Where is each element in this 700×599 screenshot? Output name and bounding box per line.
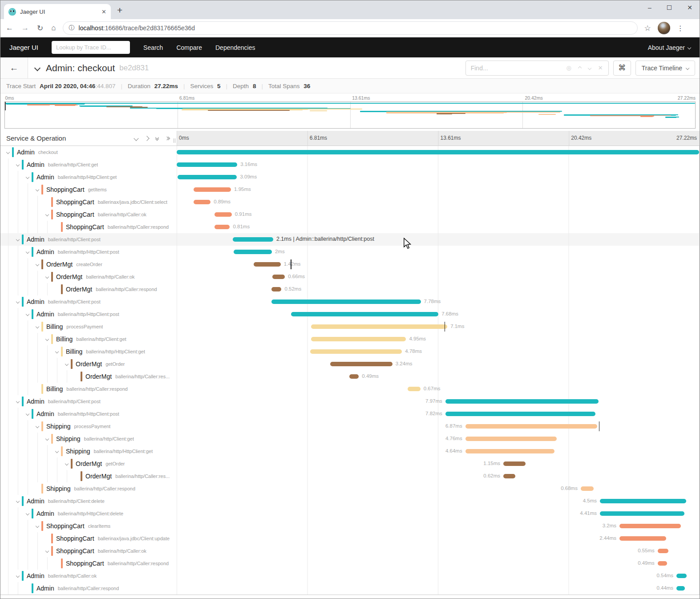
bookmark-star-icon[interactable]: ☆ [644,24,651,33]
span-timeline-cell[interactable]: 3.09ms [177,171,700,183]
expander-chevron-icon[interactable] [15,163,21,166]
span-bar[interactable] [465,424,597,429]
span-timeline-cell[interactable]: 0.49ms [177,557,700,570]
next-match-icon[interactable] [588,66,591,69]
span-timeline-cell[interactable]: 0.44ms [177,582,700,595]
span-timeline-cell[interactable]: 0.52ms [177,283,700,295]
span-timeline-cell[interactable]: 0.81ms [177,221,700,233]
span-row[interactable]: Adminballerina/http/Caller:respond0.44ms [0,582,700,595]
span-bar[interactable] [600,499,686,503]
span-row[interactable]: Adminballerina/http/HttpClient:post7.82m… [0,408,700,420]
span-row[interactable]: ShoppingCartballerina/http/Caller:respon… [0,221,700,233]
expander-chevron-icon[interactable] [34,425,40,428]
span-timeline-cell[interactable]: 7.68ms [177,308,700,320]
avatar[interactable] [658,22,670,34]
span-bar[interactable] [214,225,230,229]
span-row[interactable]: ShoppingCartballerina/http/Caller:ok0.55… [0,545,700,557]
span-row[interactable]: OrderMgtballerina/http/Caller:res...0.49… [0,370,700,383]
span-bar[interactable] [271,287,281,291]
expander-chevron-icon[interactable] [34,525,40,527]
span-row[interactable]: ShoppingCartballerinax/java.jdbc/Client:… [0,196,700,208]
span-timeline-cell[interactable]: 0.89ms [177,196,700,208]
nav-item-compare[interactable]: Compare [176,44,202,51]
span-row[interactable]: OrderMgtballerina/http/Caller:respond0.5… [0,283,700,295]
span-timeline-cell[interactable]: 4.5ms [177,495,700,507]
span-timeline-cell[interactable]: 1.15ms [177,457,700,470]
trace-minimap[interactable]: 0ms6.81ms13.61ms20.42ms27.22ms [4,94,696,129]
expander-chevron-icon[interactable] [34,263,40,266]
minimap-canvas[interactable] [4,101,696,129]
span-timeline-cell[interactable]: 0.68ms [177,482,700,495]
close-button[interactable]: ✕ [687,4,692,11]
span-name-cell[interactable]: OrderMgtballerina/http/Caller:respond [0,283,177,295]
span-row[interactable]: ShoppingCartballerina/http/Caller:respon… [0,557,700,570]
span-row[interactable]: Adminballerina/http/Caller:ok0.54ms [0,570,700,582]
prev-match-icon[interactable] [578,66,582,69]
expander-chevron-icon[interactable] [24,251,31,253]
home-icon[interactable]: ⌂ [51,24,56,33]
maximize-button[interactable]: ☐ [667,4,672,11]
span-row[interactable]: OrderMgtballerina/http/Caller:res...0.62… [0,470,700,482]
reload-icon[interactable]: ↻ [37,24,43,33]
expander-chevron-icon[interactable] [34,188,40,191]
span-bar[interactable] [254,262,281,267]
span-timeline-cell[interactable]: 7.78ms [177,295,700,308]
span-timeline-cell[interactable]: 7.1ms [177,320,700,333]
span-bar[interactable] [581,486,594,491]
jaeger-brand[interactable]: Jaeger UI [9,44,38,51]
expander-chevron-icon[interactable] [34,325,40,328]
span-row[interactable]: ShoppingCartclearItems3.2ms [0,520,700,532]
span-timeline-cell[interactable] [177,146,700,158]
span-row[interactable]: ShoppingCartballerinax/java.jdbc/Client:… [0,532,700,545]
span-name-cell[interactable]: Adminballerina/http/Client:post [0,233,177,246]
span-bar[interactable] [465,449,554,453]
span-bar[interactable] [600,511,684,516]
expander-chevron-icon[interactable] [44,437,50,440]
span-name-cell[interactable]: Adminballerina/http/HttpClient:delete [0,507,177,520]
span-bar[interactable] [503,474,515,478]
span-timeline-cell[interactable]: 4.78ms [177,345,700,358]
browser-menu-icon[interactable]: ⋮ [677,24,684,32]
span-bar[interactable] [465,437,557,441]
span-bar[interactable] [408,387,421,391]
expander-chevron-icon[interactable] [15,400,21,403]
span-name-cell[interactable]: Admincheckout [0,146,177,158]
span-row[interactable]: Billingballerina/http/Client:get4.95ms [0,333,700,345]
span-name-cell[interactable]: Adminballerina/http/HttpClient:get [0,171,177,183]
span-row[interactable]: Adminballerina/http/HttpClient:post7.68m… [0,308,700,320]
span-name-cell[interactable]: OrderMgtgetOrder [0,358,177,370]
span-row[interactable]: OrderMgtgetOrder3.24ms [0,358,700,370]
span-bar[interactable] [330,362,392,366]
expander-chevron-icon[interactable] [15,238,21,241]
span-row[interactable]: Shippingballerina/http/HttpClient:get4.6… [0,445,700,457]
span-name-cell[interactable]: Adminballerina/http/HttpClient:post [0,408,177,420]
span-name-cell[interactable]: Shippingballerina/http/HttpClient:get [0,445,177,457]
span-name-cell[interactable]: Adminballerina/http/Client:get [0,158,177,171]
expander-chevron-icon[interactable] [24,313,31,316]
expander-chevron-icon[interactable] [24,413,31,415]
span-timeline-cell[interactable]: 3.2ms [177,520,700,532]
span-timeline-cell[interactable]: 7.82ms [177,408,700,420]
span-bar[interactable] [233,237,273,242]
expander-chevron-icon[interactable] [64,462,70,465]
span-name-cell[interactable]: ShoppingCartballerinax/java.jdbc/Client:… [0,532,177,545]
url-bar[interactable]: ⓘ localhost:16686/trace/be2d83176665e36d [63,21,638,35]
span-timeline-cell[interactable]: 4.41ms [177,507,700,520]
span-timeline-cell[interactable]: 0.62ms [177,470,700,482]
span-bar[interactable] [349,374,359,379]
span-timeline-cell[interactable]: 3.24ms [177,358,700,370]
span-row[interactable]: OrderMgtcreateOrder1.42ms [0,258,700,271]
span-timeline-cell[interactable]: 3.16ms [177,158,700,171]
span-bar[interactable] [658,561,667,566]
expander-chevron-icon[interactable] [54,450,60,453]
span-name-cell[interactable]: ShoppingCartballerina/http/Caller:ok [0,208,177,221]
expander-chevron-icon[interactable] [44,275,50,278]
span-timeline-cell[interactable]: 0.66ms [177,271,700,283]
expander-chevron-icon[interactable] [24,176,31,178]
span-bar[interactable] [272,275,285,279]
span-timeline-cell[interactable]: 1.42ms [177,258,700,271]
back-to-search-button[interactable]: ← [0,57,28,78]
expander-chevron-icon[interactable] [15,500,21,502]
expand-all-icon[interactable] [166,137,170,140]
expander-chevron-icon[interactable] [44,213,50,216]
